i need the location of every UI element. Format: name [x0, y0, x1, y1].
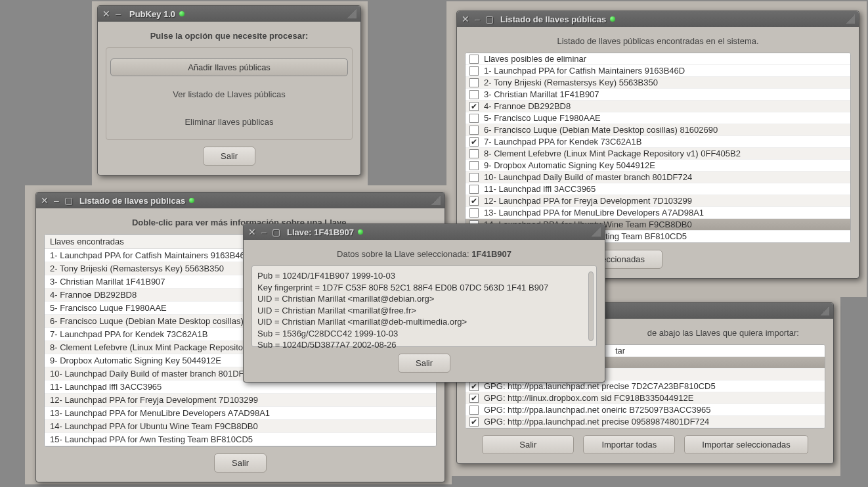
prompt-label: Listado de llaves públicas encontradas e… [465, 36, 851, 46]
titlebar-delete[interactable]: ✕ – ▢ Listado de llaves públicas [457, 11, 859, 27]
exit-button[interactable]: Salir [214, 453, 267, 473]
prompt-label: Pulse la opción que necesite procesar: [106, 31, 353, 41]
list-item[interactable]: 13- Launchpad PPA for MenuLibre Develope… [45, 407, 436, 420]
detail-line: Sub = 1024D/5D3877A7 2002-08-26 [257, 339, 591, 351]
titlebar-detail[interactable]: ✕ – ▢ Llave: 1F41B907 [244, 224, 605, 240]
import-all-button[interactable]: Importar todas [583, 435, 675, 454]
list-item[interactable]: 8- Clement Lefebvre (Linux Mint Package … [466, 148, 850, 160]
list-item-label: GPG: http://linux.dropbox.com sid FC918B… [484, 393, 693, 403]
delete-keys-button[interactable]: Eliminar llaves públicas [110, 108, 348, 135]
list-item[interactable]: 6- Francisco Luque (Debian Mate Desktop … [466, 124, 850, 136]
checkbox[interactable]: ✔ [469, 102, 479, 111]
scrollbar-thumb[interactable] [588, 271, 594, 341]
maximize-icon[interactable]: ▢ [485, 14, 494, 24]
checkbox[interactable] [469, 161, 479, 170]
list-item[interactable]: ✔GPG: http://ppa.launchpad.net precise 0… [466, 416, 825, 428]
checkbox[interactable] [469, 126, 479, 135]
detail-line: Pub = 1024D/1F41B907 1999-10-03 [257, 270, 591, 282]
titlebar-list[interactable]: ✕ – ▢ Listado de llaves públicas [36, 193, 445, 208]
checkbox[interactable] [469, 406, 479, 415]
import-selected-button[interactable]: Importar seleccionadas [684, 435, 808, 454]
resize-icon[interactable] [846, 14, 855, 24]
list-item-label: 4- Frannoe DB292BD8 [484, 101, 571, 111]
list-item[interactable]: 10- Launchpad Daily Build of master bran… [466, 172, 850, 183]
close-icon[interactable]: ✕ [40, 196, 49, 205]
list-item[interactable]: 14- Launchpad PPA for Ubuntu Wine Team F… [45, 420, 436, 433]
add-keys-button[interactable]: Añadir llaves públicas [110, 58, 348, 76]
minimize-icon[interactable]: – [52, 196, 61, 205]
list-item-label: 1- Launchpad PPA for Catfish Maintainers… [484, 66, 685, 76]
window-title: Llave: 1F41B907 [287, 227, 354, 237]
list-header: tar [615, 346, 625, 356]
list-item[interactable]: ✔7- Launchpad PPA for Kendek 73C62A1B [466, 136, 850, 148]
list-item-label: 2- Tony Brijeski (Remastersys Key) 5563B… [484, 78, 658, 87]
list-item[interactable]: 15- Launchpad PPA for Awn Testing Team B… [45, 433, 436, 446]
list-item-label: 5- Francisco Luque F1980AAE [484, 113, 601, 123]
exit-button[interactable]: Salir [203, 147, 255, 166]
list-item[interactable]: 5- Francisco Luque F1980AAE [466, 112, 850, 124]
checkbox[interactable] [469, 149, 479, 158]
checkbox[interactable] [469, 173, 479, 182]
resize-icon[interactable] [431, 196, 441, 205]
key-detail-text[interactable]: Pub = 1024D/1F41B907 1999-10-03 Key fing… [251, 266, 597, 347]
view-keys-button[interactable]: Ver listado de Llaves públicas [110, 80, 348, 108]
list-item[interactable]: GPG: http://ppa.launchpad.net oneiric B7… [466, 404, 825, 416]
list-item[interactable]: 11- Launchpad lffl 3ACC3965 [45, 381, 436, 394]
resize-icon[interactable] [347, 9, 357, 18]
list-item-label: 7- Launchpad PPA for Kendek 73C62A1B [484, 137, 641, 147]
exit-button[interactable]: Salir [482, 435, 574, 454]
window-title: Listado de llaves públicas [500, 14, 606, 24]
list-item[interactable]: ✔GPG: http://linux.dropbox.com sid FC918… [466, 392, 825, 404]
close-icon[interactable]: ✕ [248, 227, 257, 237]
list-item-label: 6- Francisco Luque (Debian Mate Desktop … [484, 125, 718, 135]
status-dot-icon [189, 198, 194, 203]
list-item[interactable]: 13- Launchpad PPA for MenuLibre Develope… [466, 207, 850, 219]
list-item[interactable]: 2- Tony Brijeski (Remastersys Key) 5563B… [466, 77, 850, 89]
maximize-icon[interactable]: ▢ [64, 196, 73, 205]
list-item[interactable]: 9- Dropbox Automatic Signing Key 5044912… [466, 160, 850, 172]
resize-icon[interactable] [820, 306, 829, 315]
checkbox[interactable]: ✔ [469, 417, 479, 427]
close-icon[interactable]: ✕ [102, 9, 111, 18]
list-item[interactable]: ✔12- Launchpad PPA for Freyja Developmen… [466, 195, 850, 207]
checkbox[interactable] [469, 66, 479, 76]
list-item-label: GPG: http://ppa.launchpad.net oneiric B7… [484, 405, 710, 415]
status-dot-icon [358, 229, 363, 235]
list-item[interactable]: 12- Launchpad PPA for Freyja Development… [45, 394, 436, 407]
list-item-label: 8- Clement Lefebvre (Linux Mint Package … [484, 149, 741, 158]
minimize-icon[interactable]: – [114, 9, 123, 18]
list-item-label: 10- Launchpad Daily Build of master bran… [484, 172, 692, 182]
checkbox-header [469, 55, 479, 64]
list-item-label: 13- Launchpad PPA for MenuLibre Develope… [484, 208, 704, 218]
exit-button[interactable]: Salir [398, 354, 450, 373]
checkbox[interactable] [469, 114, 479, 123]
list-item[interactable]: 1- Launchpad PPA for Catfish Maintainers… [466, 65, 850, 77]
checkbox[interactable]: ✔ [469, 197, 479, 206]
titlebar-pubkey[interactable]: ✕ – PubKey 1.0 [98, 6, 360, 22]
close-icon[interactable]: ✕ [461, 14, 470, 24]
window-title: Listado de llaves públicas [79, 196, 185, 206]
checkbox[interactable]: ✔ [469, 382, 479, 391]
status-dot-icon [179, 11, 184, 16]
list-item-label: GPG: http://ppa.launchpad.net precise 7D… [484, 381, 716, 391]
checkbox[interactable] [469, 90, 479, 99]
list-header: Llaves posibles de eliminar [484, 54, 586, 64]
detail-line: UID = Christian Marillat <marillat@deb-m… [257, 316, 591, 328]
checkbox[interactable] [469, 185, 479, 194]
checkbox[interactable] [469, 208, 479, 218]
detail-line: UID = Christian Marillat <marillat@free.… [257, 305, 591, 317]
list-item-label: GPG: http://ppa.launchpad.net precise 09… [484, 417, 709, 427]
window-title: PubKey 1.0 [129, 9, 175, 19]
list-item-label: 9- Dropbox Automatic Signing Key 5044912… [484, 160, 655, 170]
delete-key-list[interactable]: Llaves posibles de eliminar 1- Launchpad… [465, 53, 851, 243]
minimize-icon[interactable]: – [259, 227, 269, 237]
list-item[interactable]: 3- Christian Marillat 1F41B907 [466, 89, 850, 101]
list-item[interactable]: ✔4- Frannoe DB292BD8 [466, 101, 850, 112]
resize-icon[interactable] [592, 227, 601, 237]
minimize-icon[interactable]: – [473, 14, 482, 24]
maximize-icon[interactable]: ▢ [271, 227, 280, 237]
checkbox[interactable] [469, 78, 479, 87]
checkbox[interactable]: ✔ [469, 394, 479, 403]
checkbox[interactable]: ✔ [469, 137, 479, 147]
list-item[interactable]: 11- Launchpad lffl 3ACC3965 [466, 183, 850, 195]
